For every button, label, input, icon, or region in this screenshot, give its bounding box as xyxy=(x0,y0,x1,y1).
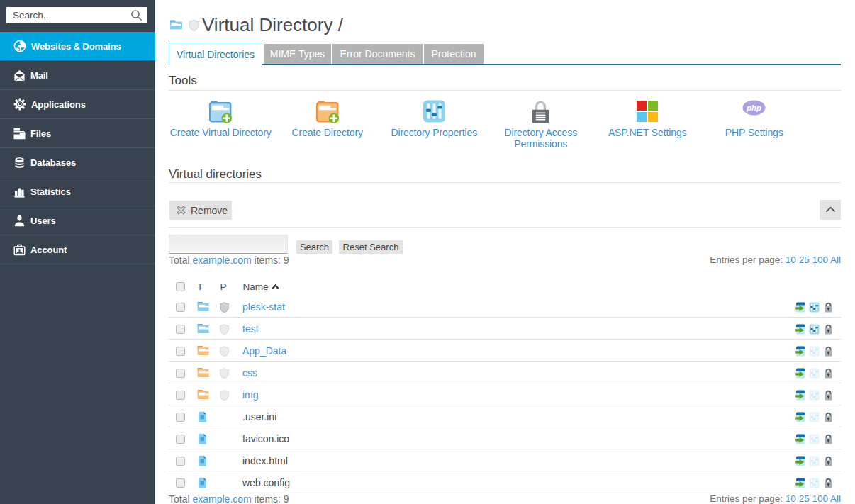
svg-text:php: php xyxy=(746,103,761,112)
